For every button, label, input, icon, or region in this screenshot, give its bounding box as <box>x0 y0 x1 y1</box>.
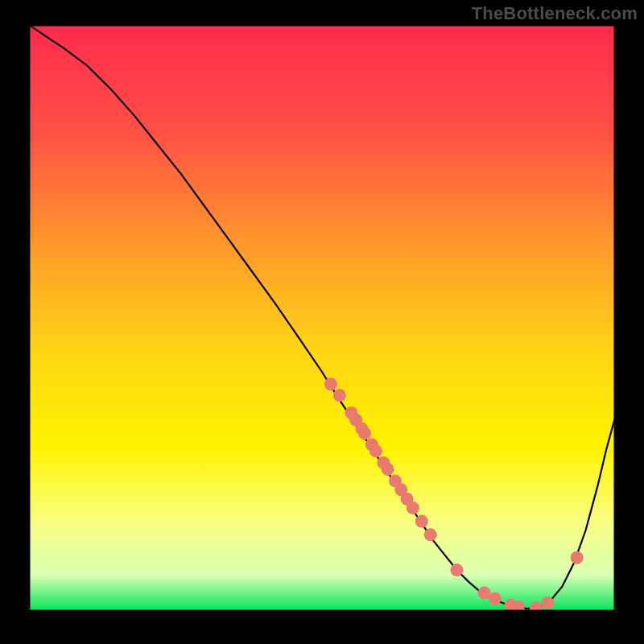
highlight-dot <box>407 502 419 514</box>
highlight-dot <box>450 564 463 576</box>
highlight-dot <box>541 597 554 609</box>
chart-container: TheBottleneck.com <box>0 0 644 644</box>
highlight-dot <box>369 444 382 457</box>
highlight-dot <box>571 551 584 564</box>
highlight-dot <box>333 389 346 402</box>
highlight-dot <box>382 463 394 476</box>
highlight-dot <box>424 528 437 541</box>
highlight-dot <box>489 592 502 605</box>
highlight-dot <box>415 515 428 528</box>
watermark-text: TheBottleneck.com <box>472 3 638 24</box>
gradient-background <box>29 25 615 611</box>
bottleneck-curve-chart <box>29 25 615 611</box>
highlight-dot <box>358 427 371 440</box>
highlight-dot <box>324 378 337 390</box>
